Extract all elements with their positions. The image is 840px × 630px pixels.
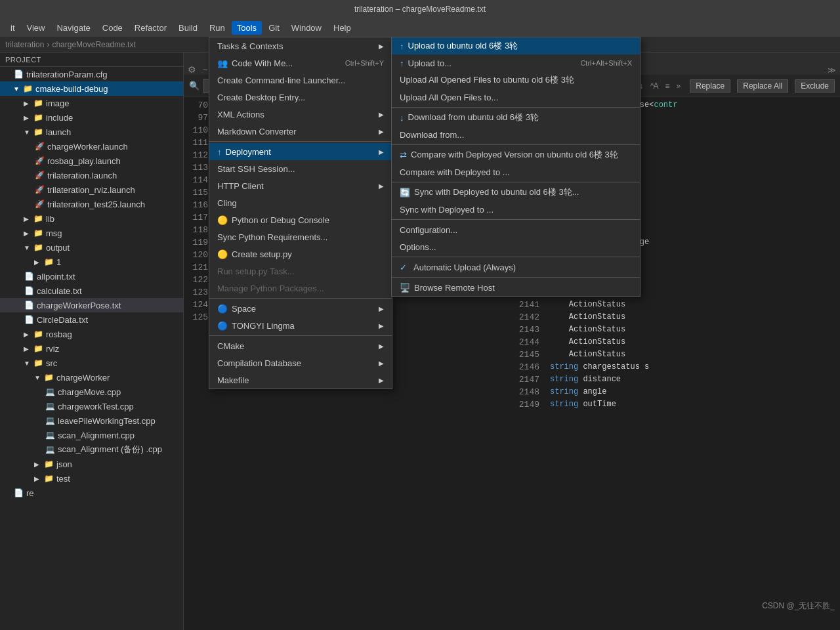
settings-icon[interactable]: ⚙ <box>184 64 200 75</box>
menu-tongyi[interactable]: 🔵 TONGYI Lingma ▶ <box>209 317 392 334</box>
sidebar-item-charge-launch[interactable]: 🚀 chargeWorker.launch <box>0 139 183 154</box>
sidebar-item-trilat-launch[interactable]: 🚀 trilateration.launch <box>0 168 183 182</box>
menu-xml-actions[interactable]: XML Actions ▶ <box>209 106 392 123</box>
menu-code-with-me[interactable]: 👥 Code With Me... Ctrl+Shift+Y <box>209 54 392 72</box>
menu-build[interactable]: Build <box>173 21 203 35</box>
menu-sync-python[interactable]: Sync Python Requirements... <box>209 228 392 245</box>
search-format-icon[interactable]: ≡ <box>665 81 670 91</box>
menu-http-client[interactable]: HTTP Client ▶ <box>209 177 392 194</box>
sidebar-item-scan-backup[interactable]: 💻 scan_Alignment (备份) .cpp <box>0 442 183 457</box>
sidebar-item-include[interactable]: ▶ 📁 include <box>0 110 183 125</box>
sidebar-item-1[interactable]: ▶ 📁 1 <box>0 255 183 269</box>
more-tabs-icon[interactable]: ≫ <box>824 66 840 75</box>
submenu-download-from-ubuntu[interactable]: ↓ Download from ubuntu old 6楼 3轮 <box>392 109 640 126</box>
menu-create-cli[interactable]: Create Command-line Launcher... <box>209 72 392 89</box>
menu-tasks[interactable]: Tasks & Contexts ▶ <box>209 37 392 54</box>
submenu-browse-remote[interactable]: 🖥️ Browse Remote Host <box>392 279 640 296</box>
submenu-options[interactable]: Options... <box>392 238 640 255</box>
sidebar-item-launch[interactable]: ▼ 📁 launch <box>0 125 183 139</box>
tongyi-icon: 🔵 <box>217 321 228 331</box>
folder-icon: 📁 <box>33 329 43 339</box>
menu-navigate[interactable]: Navigate <box>51 21 95 35</box>
sidebar-item-msg[interactable]: ▶ 📁 msg <box>0 226 183 240</box>
submenu-download-from[interactable]: Download from... <box>392 126 640 143</box>
upload-to-icon: ↑ <box>400 58 404 68</box>
submenu-upload-to-ubuntu[interactable]: ↑ Upload to ubuntu old 6楼 3轮 <box>392 37 640 54</box>
setup-icon: 🟡 <box>217 249 228 259</box>
menu-run[interactable]: Run <box>204 21 230 35</box>
arrow-right-icon: ▶ <box>379 305 384 312</box>
sidebar-item-scan[interactable]: 💻 scan_Alignment.cpp <box>0 428 183 442</box>
menu-tools[interactable]: Tools <box>232 21 262 35</box>
submenu-upload-all-opened[interactable]: Upload All Opened Files to ubuntu old 6楼… <box>392 72 640 89</box>
exclude-button[interactable]: Exclude <box>795 79 835 93</box>
sidebar-item-param[interactable]: 📄 trilaterationParam.cfg <box>0 67 183 81</box>
sidebar-item-json[interactable]: ▶ 📁 json <box>0 457 183 471</box>
replace-button[interactable]: Replace <box>690 79 730 93</box>
sidebar-item-test25-launch[interactable]: 🚀 trilateration_test25.launch <box>0 197 183 211</box>
sidebar-item-rosbag-launch[interactable]: 🚀 rosbag_play.launch <box>0 154 183 168</box>
arrow-right-icon: ▶ <box>379 360 384 367</box>
search-case-icon[interactable]: ᴬA <box>650 81 659 91</box>
sidebar-item-src[interactable]: ▼ 📁 src <box>0 356 183 370</box>
folder-icon: 📁 <box>33 243 43 252</box>
menu-create-setup[interactable]: 🟡 Create setup.py <box>209 245 392 262</box>
menu-space[interactable]: 🔵 Space ▶ <box>209 300 392 317</box>
menu-makefile[interactable]: Makefile ▶ <box>209 371 392 388</box>
file-icon: 📄 <box>24 315 34 324</box>
sidebar-item-rviz[interactable]: ▶ 📁 rviz <box>0 341 183 356</box>
separator <box>392 182 640 182</box>
menu-python-console[interactable]: 🟡 Python or Debug Console <box>209 211 392 228</box>
sidebar-item-re[interactable]: 📄 re <box>0 486 183 500</box>
sidebar-item-calculate[interactable]: 📄 calculate.txt <box>0 284 183 298</box>
submenu-auto-upload[interactable]: ✓ Automatic Upload (Always) <box>392 259 640 276</box>
sidebar-item-charge-pose[interactable]: 📄 chargeWorkerPose.txt <box>0 298 183 312</box>
menu-code[interactable]: Code <box>97 21 128 35</box>
menu-help[interactable]: Help <box>328 21 356 35</box>
sidebar-item-lib[interactable]: ▶ 📁 lib <box>0 211 183 226</box>
sidebar-item-rosbag[interactable]: ▶ 📁 rosbag <box>0 327 183 341</box>
arrow-icon: ▶ <box>24 230 32 237</box>
sidebar-item-leavepile[interactable]: 💻 leavePileWorkingTest.cpp <box>0 413 183 428</box>
submenu-configuration[interactable]: Configuration... <box>392 221 640 238</box>
menu-cmake[interactable]: CMake ▶ <box>209 337 392 354</box>
sidebar-item-cmake-debug[interactable]: ▼ 📁 cmake-build-debug <box>0 81 183 96</box>
sidebar-item-chargeWorker[interactable]: ▼ 📁 chargeWorker <box>0 370 183 385</box>
menu-refactor[interactable]: Refactor <box>129 21 172 35</box>
sidebar-item-chargework-test[interactable]: 💻 chargeworkTest.cpp <box>0 399 183 413</box>
menu-window[interactable]: Window <box>286 21 327 35</box>
menu-markdown[interactable]: Markdown Converter ▶ <box>209 123 392 140</box>
folder-icon: 📁 <box>43 257 54 266</box>
sidebar-item-test[interactable]: ▶ 📁 test <box>0 471 183 486</box>
search-more-icon[interactable]: » <box>677 81 681 91</box>
arrow-right-icon: ▶ <box>379 128 384 135</box>
submenu-upload-all-open[interactable]: Upload All Open Files to... <box>392 89 640 106</box>
menu-view[interactable]: View <box>22 21 51 35</box>
menu-desktop-entry[interactable]: Create Desktop Entry... <box>209 89 392 106</box>
sidebar-header: Project <box>0 52 183 67</box>
submenu-compare-deployed[interactable]: Compare with Deployed to ... <box>392 163 640 180</box>
submenu-sync-ubuntu[interactable]: 🔄 Sync with Deployed to ubuntu old 6楼 3轮… <box>392 184 640 201</box>
sidebar-item-output[interactable]: ▼ 📁 output <box>0 240 183 255</box>
menu-ssh[interactable]: Start SSH Session... <box>209 160 392 177</box>
sidebar-item-circle-data[interactable]: 📄 CircleData.txt <box>0 312 183 327</box>
menu-it[interactable]: it <box>5 21 20 35</box>
menu-git[interactable]: Git <box>263 21 285 35</box>
sidebar-item-image[interactable]: ▶ 📁 image <box>0 96 183 110</box>
submenu-sync-deployed[interactable]: Sync with Deployed to ... <box>392 201 640 218</box>
sidebar-item-allpoint[interactable]: 📄 allpoint.txt <box>0 269 183 284</box>
arrow-icon: ▶ <box>24 100 32 107</box>
folder-icon: 📁 <box>43 373 54 382</box>
submenu-compare-deployed-ubuntu[interactable]: ⇄ Compare with Deployed Version on ubunt… <box>392 146 640 163</box>
menu-cling[interactable]: Cling <box>209 194 392 211</box>
folder-icon: 📁 <box>33 98 43 108</box>
right-code-line: ActionStatus <box>550 324 835 336</box>
menu-compilation-db[interactable]: Compilation Database ▶ <box>209 354 392 371</box>
replace-all-button[interactable]: Replace All <box>737 79 788 93</box>
cpp-icon: 💻 <box>45 416 55 425</box>
sidebar-item-chargemove-cpp[interactable]: 💻 chargeMove.cpp <box>0 385 183 399</box>
arrow-right-icon: ▶ <box>379 322 384 329</box>
sidebar-item-rviz-launch[interactable]: 🚀 trilateration_rviz.launch <box>0 182 183 197</box>
menu-deployment[interactable]: ↑ Deployment ▶ <box>209 143 392 160</box>
submenu-upload-to[interactable]: ↑ Upload to... Ctrl+Alt+Shift+X <box>392 54 640 72</box>
